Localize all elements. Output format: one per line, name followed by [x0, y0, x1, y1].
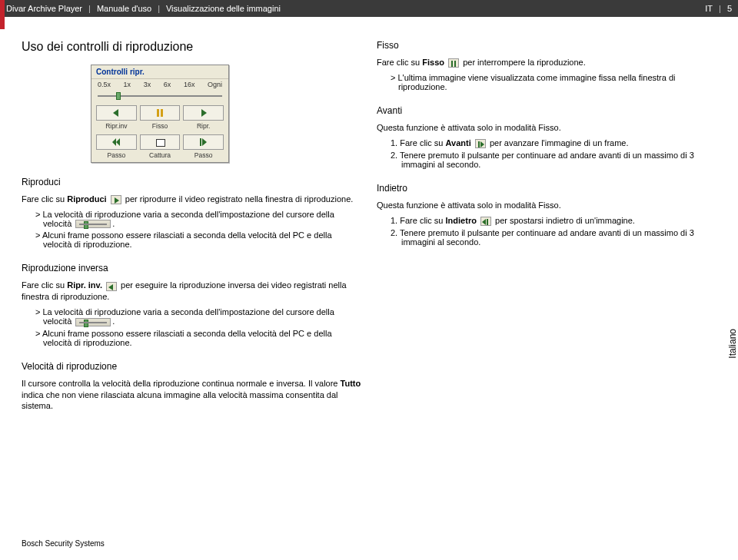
reverse-play-button[interactable] — [96, 105, 137, 121]
footer-brand: Bosch Security Systems — [22, 539, 105, 548]
capture-button[interactable] — [140, 134, 181, 150]
fisso-text: Fare clic su Fisso per interrompere la r… — [377, 57, 716, 68]
header-page: 5 — [727, 4, 732, 13]
fisso-notes: L'ultima immagine viene visualizzata com… — [391, 73, 716, 91]
btn-label: Cattura — [140, 151, 181, 159]
riproduci-text: Fare clic su Riproduci per riprodurre il… — [22, 194, 361, 205]
section-heading-indietro: Indietro — [377, 183, 716, 194]
indietro-mode: Questa funzione è attivata solo in modal… — [377, 200, 716, 211]
step-forward-icon — [475, 139, 486, 148]
btn-label: Passo — [183, 151, 224, 159]
speed-slider-icon — [75, 318, 111, 326]
header-product: Divar Archive Player — [6, 4, 82, 13]
speed-label: 0.5x — [98, 81, 111, 88]
panel-title: Controlli ripr. — [91, 65, 228, 79]
speed-label: 6x — [164, 81, 171, 88]
page-title: Uso dei controlli di riproduzione — [22, 40, 361, 54]
inversa-text: Fare clic su Ripr. inv. per eseguire la … — [22, 280, 361, 303]
play-icon — [111, 195, 121, 204]
header-lang: IT — [705, 4, 713, 13]
play-button[interactable] — [183, 105, 224, 121]
btn-label: Ripr.inv — [96, 122, 137, 130]
header-bar: Divar Archive Player | Manuale d'uso | V… — [0, 0, 738, 17]
speed-slider-icon — [75, 220, 111, 228]
step-back-button[interactable] — [96, 134, 137, 150]
header-section: Visualizzazione delle immagini — [166, 4, 281, 13]
velocita-text: Il cursore controlla la velocità della r… — [22, 378, 361, 413]
avanti-steps: 1. Fare clic su Avanti per avanzare l'im… — [391, 138, 716, 169]
language-tab: Italiano — [727, 329, 738, 359]
speed-slider[interactable] — [98, 91, 222, 101]
speed-label: 3x — [144, 81, 151, 88]
separator: | — [88, 4, 91, 13]
btn-label: Passo — [96, 151, 137, 159]
speed-label: Ogni — [208, 81, 222, 88]
speed-label: 1x — [124, 81, 131, 88]
section-heading-riproduci: Riproduci — [22, 177, 361, 187]
section-heading-inversa: Riproduzione inversa — [22, 263, 361, 273]
accent-bar — [0, 0, 5, 29]
section-heading-avanti: Avanti — [377, 105, 716, 116]
right-column: Fisso Fare clic su Fisso per interromper… — [377, 40, 716, 415]
separator: | — [719, 4, 721, 13]
pause-icon — [448, 58, 459, 68]
avanti-mode: Questa funzione è attivata solo in modal… — [377, 122, 716, 134]
step-forward-button[interactable] — [183, 134, 224, 150]
playback-controls-panel: Controlli ripr. 0.5x 1x 3x 6x 16x Ogni R… — [91, 65, 229, 163]
pause-button[interactable] — [140, 105, 181, 121]
indietro-steps: 1. Fare clic su Indietro per spostarsi i… — [391, 216, 716, 247]
section-heading-velocita: Velocità di riproduzione — [22, 361, 361, 372]
section-heading-fisso: Fisso — [377, 40, 716, 51]
speed-label: 16x — [184, 81, 195, 88]
btn-label: Ripr. — [183, 122, 224, 130]
reverse-play-icon — [106, 282, 117, 291]
header-doc: Manuale d'uso — [97, 4, 151, 13]
separator: | — [158, 4, 160, 13]
inversa-notes: La velocità di riproduzione varia a seco… — [35, 307, 361, 347]
step-back-icon — [480, 217, 491, 226]
riproduci-notes: La velocità di riproduzione varia a seco… — [35, 210, 361, 250]
btn-label: Fisso — [140, 122, 181, 130]
left-column: Uso dei controlli di riproduzione Contro… — [22, 40, 361, 415]
